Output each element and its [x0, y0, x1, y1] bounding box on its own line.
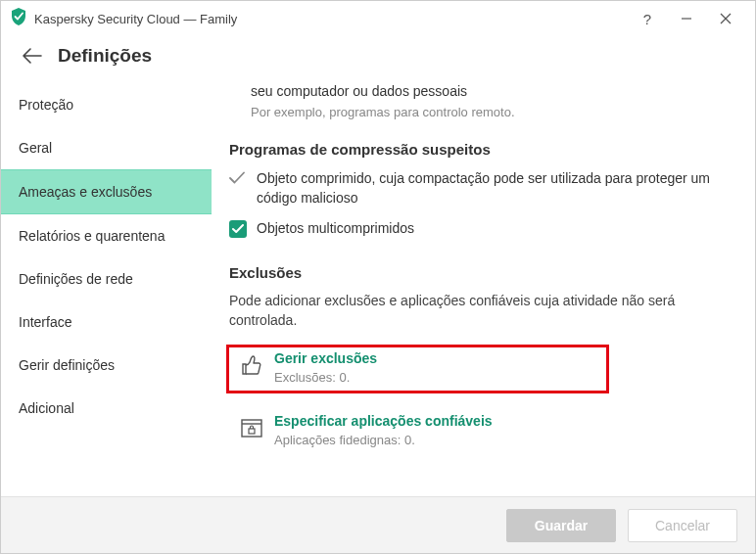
manage-exclusions-count: Exclusões: 0. — [274, 370, 377, 385]
section-exclusions-title: Exclusões — [229, 264, 733, 281]
body: Proteção Geral Ameaças e exclusões Relat… — [1, 83, 755, 496]
footer: Guardar Cancelar — [1, 496, 755, 553]
close-button[interactable] — [706, 4, 745, 33]
window-lock-icon — [229, 413, 274, 447]
check-icon — [229, 171, 247, 188]
sidebar-item-relatorios-quarentena[interactable]: Relatórios e quarentena — [1, 214, 212, 257]
check-label: Objetos multicomprimidos — [257, 219, 414, 239]
app-shield-icon — [11, 8, 26, 29]
sidebar-item-gerir-definicoes[interactable]: Gerir definições — [1, 344, 212, 387]
fragment-text: seu computador ou dados pessoais — [251, 83, 733, 99]
app-title: Kaspersky Security Cloud — Family — [34, 12, 628, 26]
check-label: Objeto comprimido, cuja compactação pode… — [257, 169, 733, 208]
header: Definições — [1, 36, 755, 83]
help-button[interactable]: ? — [628, 4, 667, 33]
page-title: Definições — [58, 45, 152, 67]
check-row-compressed-object[interactable]: Objeto comprimido, cuja compactação pode… — [229, 169, 733, 208]
sidebar-item-ameacas-exclusoes[interactable]: Ameaças e exclusões — [1, 169, 212, 214]
minimize-button[interactable] — [667, 4, 706, 33]
titlebar: Kaspersky Security Cloud — Family ? — [1, 1, 755, 36]
fragment-example: Por exemplo, programas para controlo rem… — [251, 105, 733, 119]
manage-exclusions-row[interactable]: Gerir exclusões Exclusões: 0. — [229, 347, 606, 391]
sidebar-item-definicoes-rede[interactable]: Definições de rede — [1, 257, 212, 300]
thumbs-up-icon — [229, 350, 274, 385]
save-button[interactable]: Guardar — [506, 509, 616, 542]
sidebar-item-interface[interactable]: Interface — [1, 300, 212, 344]
cancel-button[interactable]: Cancelar — [628, 509, 737, 542]
sidebar-item-geral[interactable]: Geral — [1, 126, 212, 169]
checkbox-checked-icon — [229, 220, 247, 238]
exclusions-description: Pode adicionar exclusões e aplicações co… — [229, 291, 733, 331]
trusted-apps-count: Aplicações fidedignas: 0. — [274, 433, 493, 447]
back-button[interactable] — [19, 42, 46, 69]
section-compression-title: Programas de compressão suspeitos — [229, 141, 733, 158]
check-row-multicompressed[interactable]: Objetos multicomprimidos — [229, 219, 733, 239]
trusted-apps-link[interactable]: Especificar aplicações confiáveis — [274, 413, 493, 429]
sidebar-item-adicional[interactable]: Adicional — [1, 387, 212, 430]
sidebar-item-protecao[interactable]: Proteção — [1, 83, 212, 126]
sidebar: Proteção Geral Ameaças e exclusões Relat… — [1, 83, 212, 496]
trusted-apps-row[interactable]: Especificar aplicações confiáveis Aplica… — [229, 410, 733, 453]
svg-rect-5 — [249, 429, 255, 434]
manage-exclusions-link[interactable]: Gerir exclusões — [274, 350, 377, 366]
content-pane: seu computador ou dados pessoais Por exe… — [212, 83, 755, 496]
